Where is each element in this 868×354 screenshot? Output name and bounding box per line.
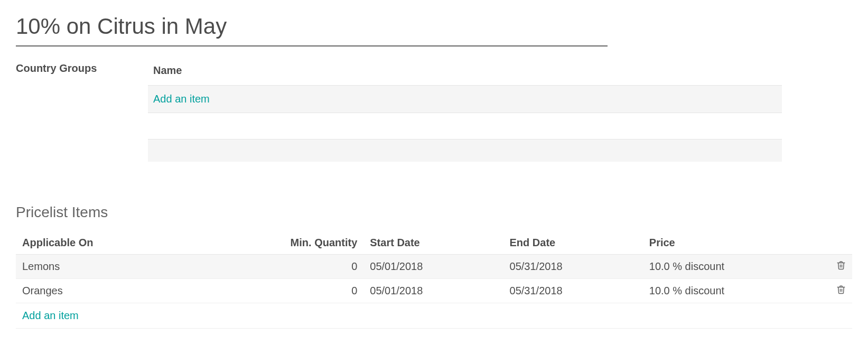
pricelist-cell-end-date: 05/31/2018: [503, 278, 643, 303]
pricelist-col-applicable-on: Applicable On: [16, 231, 194, 255]
pricelist-cell-min-quantity: 0: [194, 278, 363, 303]
pricelist-cell-start-date: 05/01/2018: [363, 254, 503, 278]
country-groups-label: Country Groups: [16, 61, 148, 162]
pricelist-col-min-quantity: Min. Quantity: [194, 231, 363, 255]
pricelist-cell-min-quantity: 0: [194, 254, 363, 278]
pricelist-cell-applicable-on: Lemons: [16, 254, 194, 278]
pricelist-items-heading: Pricelist Items: [16, 204, 852, 221]
pricelist-col-actions: [830, 231, 852, 255]
country-groups-table: Name Add an item: [148, 61, 782, 162]
pricelist-col-price: Price: [643, 231, 830, 255]
pricelist-row[interactable]: Oranges005/01/201805/31/201810.0 % disco…: [16, 278, 852, 303]
country-groups-section: Country Groups Name Add an item: [16, 61, 852, 162]
pricelist-row[interactable]: Lemons005/01/201805/31/201810.0 % discou…: [16, 254, 852, 278]
pricelist-col-start-date: Start Date: [363, 231, 503, 255]
pricelist-cell-applicable-on: Oranges: [16, 278, 194, 303]
pricelist-col-end-date: End Date: [503, 231, 643, 255]
trash-icon[interactable]: [836, 284, 846, 297]
country-groups-add-item[interactable]: Add an item: [153, 93, 210, 105]
pricelist-cell-start-date: 05/01/2018: [363, 278, 503, 303]
pricelist-cell-price: 10.0 % discount: [643, 254, 830, 278]
page-title[interactable]: 10% on Citrus in May: [16, 11, 608, 46]
pricelist-add-item[interactable]: Add an item: [22, 310, 79, 321]
pricelist-items-table: Applicable On Min. Quantity Start Date E…: [16, 231, 852, 329]
pricelist-cell-end-date: 05/31/2018: [503, 254, 643, 278]
pricelist-cell-price: 10.0 % discount: [643, 278, 830, 303]
country-groups-col-name: Name: [148, 61, 782, 86]
trash-icon[interactable]: [836, 260, 846, 273]
